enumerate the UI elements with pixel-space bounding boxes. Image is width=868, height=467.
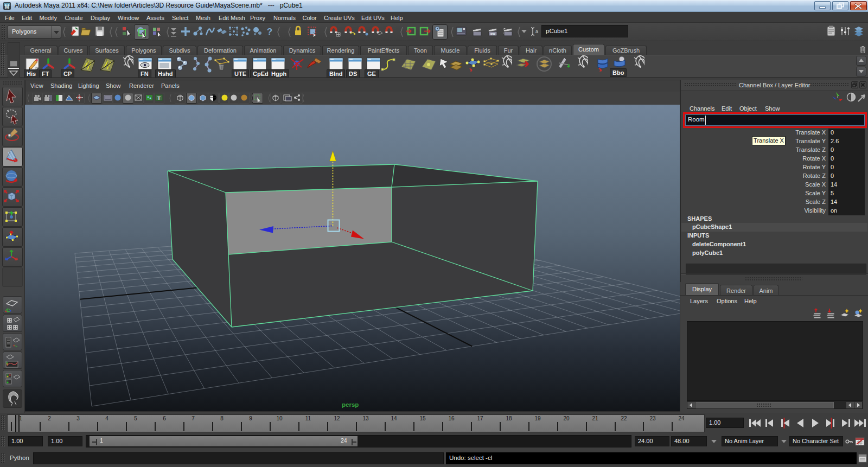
svg-text:M: M [5,4,9,10]
svg-text:persp: persp [342,401,359,408]
svg-text:IPR: IPR [490,33,496,36]
svg-text:T: T [157,95,161,101]
svg-text:a: a [535,29,538,34]
svg-text:?: ? [267,27,272,37]
